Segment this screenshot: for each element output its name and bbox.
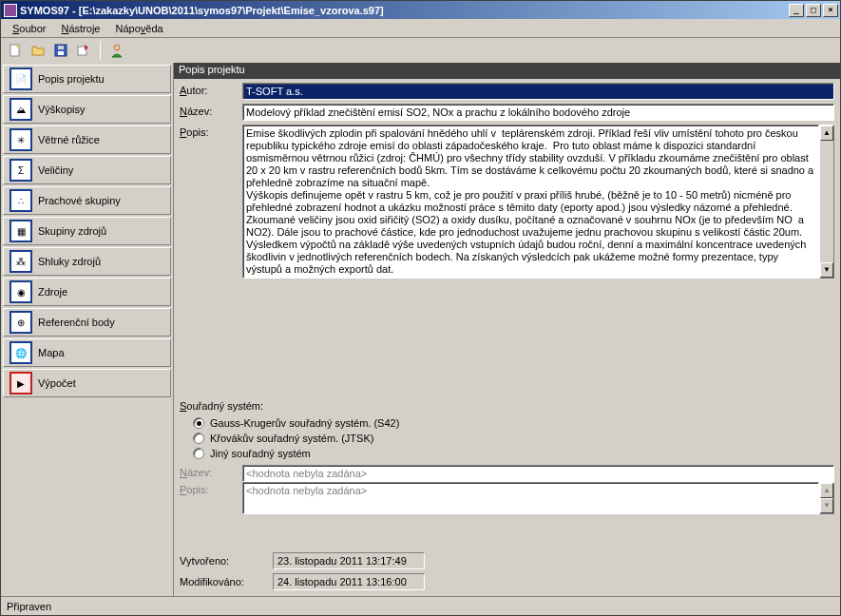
dust-groups-icon: ∴	[10, 189, 32, 212]
map-icon: 🌐	[10, 341, 32, 364]
radio-icon	[193, 417, 204, 429]
radio-label: Jiný souřadný systém	[210, 448, 311, 459]
windrose-icon: ✳	[10, 128, 32, 151]
sidebar-item-mapa[interactable]: 🌐 Mapa	[3, 338, 171, 367]
sidebar-item-vyskopisy[interactable]: ⛰ Výškopisy	[3, 95, 171, 124]
radio-label: Křovákův souřadný systém. (JTSK)	[210, 433, 373, 444]
name-input[interactable]: Modelový příklad znečištění emisí SO2, N…	[242, 104, 834, 121]
sidebar-item-vetrne-ruzice[interactable]: ✳ Větrné růžice	[3, 125, 171, 154]
modified-label: Modifikováno:	[180, 576, 265, 587]
sidebar-item-referencni-body[interactable]: ⊕ Referenční body	[3, 308, 171, 337]
radio-icon	[193, 433, 204, 444]
radio-other[interactable]: Jiný souřadný systém	[193, 446, 834, 461]
created-label: Vytvořeno:	[180, 555, 265, 567]
toolbar-export-icon[interactable]	[73, 40, 94, 61]
author-label: Autor:	[180, 83, 237, 96]
sidebar-item-zdroje[interactable]: ◉ Zdroje	[3, 278, 171, 306]
sidebar-item-label: Referenční body	[38, 317, 115, 328]
app-window: SYMOS97 - [E:\zakazky\UNOB\2011\symos97\…	[0, 0, 841, 616]
sidebar-item-label: Mapa	[38, 347, 65, 358]
toolbar-save-icon[interactable]	[50, 40, 71, 61]
panel-title: Popis projektu	[174, 63, 840, 79]
coord-desc-label: Popis:	[180, 482, 237, 495]
sidebar-item-label: Zdroje	[38, 286, 67, 298]
coord-group-label: Souřadný systém:	[180, 400, 834, 412]
source-groups-icon: ▦	[10, 220, 32, 242]
calculation-icon: ▶	[10, 372, 32, 395]
minimize-button[interactable]: _	[789, 4, 804, 17]
svg-rect-2	[58, 51, 64, 55]
sidebar-item-prachove-skupiny[interactable]: ∴ Prachové skupiny	[3, 186, 171, 215]
close-button[interactable]: ×	[823, 4, 838, 17]
source-clusters-icon: ⁂	[10, 250, 32, 273]
radio-icon	[193, 448, 204, 459]
sources-icon: ◉	[10, 280, 32, 303]
svg-rect-3	[58, 46, 64, 49]
terrain-icon: ⛰	[10, 98, 32, 121]
sidebar-item-vypocet[interactable]: ▶ Výpočet	[3, 369, 171, 397]
radio-krovak[interactable]: Křovákův souřadný systém. (JTSK)	[193, 431, 834, 446]
sidebar-item-label: Skupiny zdrojů	[38, 225, 106, 237]
author-input[interactable]: T-SOFT a.s.	[242, 83, 834, 100]
window-title: SYMOS97 - [E:\zakazky\UNOB\2011\symos97\…	[20, 5, 789, 16]
sidebar-item-label: Výpočet	[38, 377, 76, 389]
content-pane: Popis projektu Autor: T-SOFT a.s. Název:…	[174, 63, 840, 596]
sidebar-item-shluky-zdroju[interactable]: ⁂ Shluky zdrojů	[3, 247, 171, 276]
radio-gauss[interactable]: Gauss-Krugerův souřadný systém. (S42)	[193, 415, 834, 431]
quantities-icon: Σ	[10, 159, 32, 182]
desc-label: Popis:	[180, 125, 237, 138]
titlebar: SYMOS97 - [E:\zakazky\UNOB\2011\symos97\…	[1, 1, 840, 19]
document-icon: 📄	[10, 67, 32, 90]
name-label: Název:	[180, 104, 237, 117]
menubar: Soubor Nástroje Nápověda	[1, 19, 840, 38]
desc-scrollbar[interactable]: ▲ ▼	[819, 125, 834, 279]
menu-soubor[interactable]: Soubor	[5, 21, 53, 36]
sidebar-item-label: Popis projektu	[38, 73, 105, 85]
scroll-down-icon[interactable]: ▼	[820, 262, 833, 278]
status-text: Připraven	[7, 601, 51, 612]
toolbar-separator	[100, 41, 101, 60]
sidebar: 📄 Popis projektu ⛰ Výškopisy ✳ Větrné rů…	[1, 63, 174, 596]
svg-point-5	[114, 45, 120, 50]
sidebar-item-label: Prachové skupiny	[38, 195, 121, 206]
sidebar-item-popis-projektu[interactable]: 📄 Popis projektu	[3, 65, 171, 93]
toolbar-user-icon[interactable]	[106, 40, 127, 61]
toolbar-open-icon[interactable]	[28, 40, 48, 61]
menu-napoveda[interactable]: Nápověda	[107, 21, 170, 36]
modified-value: 24. listopadu 2011 13:16:00	[273, 573, 425, 590]
statusbar: Připraven	[1, 596, 840, 615]
desc-textarea[interactable]: Emise škodlivých zplodin při spalování h…	[242, 125, 819, 279]
sidebar-item-veliciny[interactable]: Σ Veličiny	[3, 156, 171, 184]
scroll-down-icon: ▼	[820, 498, 833, 513]
coord-name-input: <hodnota nebyla zadána>	[242, 465, 834, 482]
radio-label: Gauss-Krugerův souřadný systém. (S42)	[210, 417, 399, 429]
sidebar-item-label: Veličiny	[38, 164, 73, 176]
toolbar-new-icon[interactable]	[5, 40, 26, 61]
coord-desc-input: <hodnota nebyla zadána>	[242, 482, 819, 514]
toolbar	[1, 38, 840, 63]
maximize-button[interactable]: □	[806, 4, 821, 17]
sidebar-item-label: Větrné růžice	[38, 134, 100, 145]
coord-name-label: Název:	[180, 465, 237, 478]
sidebar-item-label: Shluky zdrojů	[38, 256, 101, 267]
app-icon	[4, 4, 17, 17]
refpoints-icon: ⊕	[10, 311, 32, 334]
sidebar-item-skupiny-zdroju[interactable]: ▦ Skupiny zdrojů	[3, 217, 171, 245]
sidebar-item-label: Výškopisy	[38, 104, 86, 115]
scroll-up-icon: ▲	[820, 483, 833, 498]
scroll-up-icon[interactable]: ▲	[820, 125, 833, 141]
menu-nastroje[interactable]: Nástroje	[53, 21, 107, 36]
created-value: 23. listopadu 2011 13:17:49	[273, 552, 425, 569]
coord-desc-scrollbar: ▲ ▼	[819, 482, 834, 514]
